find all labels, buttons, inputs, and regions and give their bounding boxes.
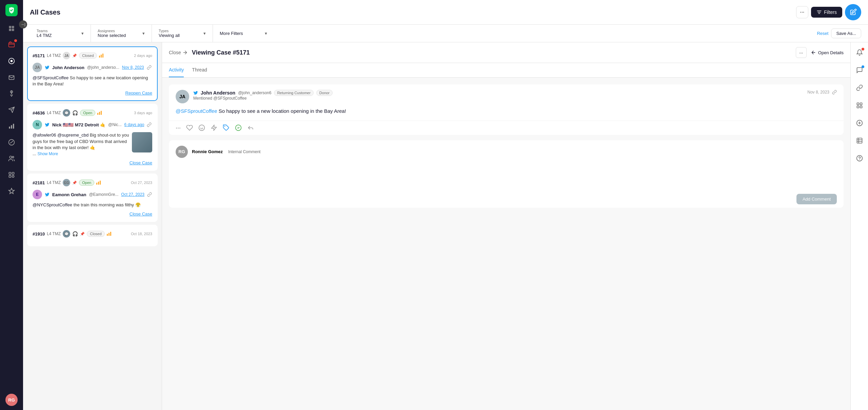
open-details-label: Open Details	[818, 50, 844, 55]
detail-panel: Close Viewing Case #5171 ··· Open Detail…	[162, 42, 850, 410]
more-filters-chevron: ▾	[265, 31, 267, 36]
reply-button[interactable]	[247, 124, 254, 131]
activity-mentioned: Mentioned @SFSproutCoffee	[193, 96, 803, 101]
more-actions-button[interactable]: ···	[176, 124, 181, 131]
activity-date: Nov 8, 2023	[807, 90, 829, 95]
mention-link[interactable]: @SFSproutCoffee	[33, 75, 68, 80]
right-sidebar	[850, 42, 868, 410]
detail-more-button[interactable]: ···	[796, 47, 807, 58]
comment-type: Internal Comment	[228, 149, 260, 154]
sidebar-item-cases[interactable]	[5, 54, 18, 68]
mention-link2[interactable]: @supreme_cbd	[57, 132, 88, 138]
tab-activity[interactable]: Activity	[169, 63, 184, 77]
case-team: L4 TMZ	[47, 231, 61, 236]
grid-view-icon[interactable]	[853, 99, 866, 111]
sidebar-item-star[interactable]	[5, 184, 18, 198]
case-card-2181[interactable]: #2181 L4 TMZ EG 📌 Open Oct 27, 2023 E E	[27, 173, 158, 222]
add-comment-button[interactable]: Add Comment	[796, 194, 837, 204]
resolve-button[interactable]	[235, 124, 242, 131]
sidebar-item-folder[interactable]	[5, 38, 18, 52]
add-content-icon[interactable]	[853, 117, 866, 129]
case-id: #2181	[33, 180, 45, 185]
sidebar-item-send[interactable]	[5, 103, 18, 117]
status-badge: Closed	[87, 231, 104, 237]
chat-icon[interactable]	[853, 64, 866, 76]
comment-card: RG Ronnie Gomez Internal Comment Add Com…	[169, 140, 844, 208]
notification-icon[interactable]	[853, 46, 866, 59]
author-photo: N	[33, 120, 42, 129]
pin-icon: 📌	[80, 232, 85, 236]
activity-link-icon	[832, 90, 837, 95]
tag-button[interactable]	[223, 124, 230, 131]
activity-avatar: JA	[176, 90, 189, 103]
author-name: Nick 🇺🇸🇺🇸 M72 Detroit 🤙	[52, 122, 105, 127]
types-filter[interactable]: Types Viewing all ▾	[152, 25, 213, 42]
more-options-button[interactable]: ···	[796, 6, 808, 18]
status-badge: Open	[80, 110, 95, 116]
case-card-4636[interactable]: #4636 L4 TMZ 💬 🎧 Open 3 days ago N Nic	[27, 104, 158, 171]
boost-button[interactable]	[211, 124, 217, 131]
sidebar-item-inbox[interactable]	[5, 70, 18, 84]
reset-button[interactable]: Reset	[817, 31, 828, 36]
mention-link[interactable]: @NYCSproutCoffee	[33, 202, 72, 207]
svg-rect-4	[9, 43, 15, 47]
sidebar-item-dashboard[interactable]	[5, 22, 18, 35]
teams-filter[interactable]: Teams L4 TMZ ▾	[30, 25, 91, 42]
table-view-icon[interactable]	[853, 135, 866, 147]
svg-rect-3	[12, 29, 14, 31]
open-details-button[interactable]: Open Details	[811, 50, 844, 55]
case-author: JA John Anderson @john_anderso... Nov 8,…	[33, 63, 152, 72]
svg-rect-26	[860, 103, 862, 105]
reopen-case-button[interactable]: Reopen Case	[125, 90, 153, 96]
svg-rect-2	[9, 29, 12, 31]
case-id: #4636	[33, 110, 45, 116]
priority-bars	[107, 232, 111, 236]
app-logo[interactable]	[5, 4, 18, 16]
comment-body[interactable]	[169, 163, 844, 190]
svg-marker-19	[9, 188, 15, 194]
sfsprout-mention[interactable]: @SFSproutCoffee	[176, 108, 217, 114]
compose-button[interactable]	[845, 4, 861, 20]
case-team: L4 TMZ	[47, 180, 61, 185]
show-more-button[interactable]: Show More	[37, 151, 58, 156]
collapse-button[interactable]: →|	[19, 20, 27, 28]
case-date: 6 days ago	[124, 122, 144, 127]
filters-button[interactable]: Filters	[811, 7, 842, 18]
case-id: #1910	[33, 231, 45, 237]
svg-rect-10	[11, 125, 12, 129]
assignees-filter-value: None selected	[98, 33, 126, 38]
help-icon[interactable]	[853, 152, 866, 164]
close-panel-button[interactable]: Close	[169, 50, 188, 55]
like-button[interactable]	[186, 124, 193, 131]
emoji-button[interactable]	[198, 124, 205, 131]
assignees-filter-label: Assignees	[98, 29, 126, 33]
case-card-1910[interactable]: #1910 L4 TMZ 💬 🎧 📌 Closed Oct 18, 2023	[27, 225, 158, 246]
sidebar-item-analytics[interactable]	[5, 119, 18, 133]
mention-link[interactable]: @afowler06	[33, 132, 56, 138]
svg-point-20	[199, 125, 205, 131]
sidebar-item-integrations[interactable]	[5, 168, 18, 182]
detail-more-label: ···	[799, 50, 803, 55]
author-avatar: EG	[63, 179, 70, 186]
assignees-filter[interactable]: Assignees None selected ▾	[91, 25, 152, 42]
link-icon	[147, 192, 152, 197]
case-image	[132, 132, 152, 152]
close-case-button[interactable]: Close Case	[130, 211, 152, 217]
tab-thread[interactable]: Thread	[192, 63, 207, 77]
svg-point-14	[12, 156, 14, 158]
close-case-button[interactable]: Close Case	[130, 160, 152, 165]
sidebar-item-pin[interactable]	[5, 87, 18, 100]
donor-badge: Donor	[316, 90, 333, 96]
save-as-button[interactable]: Save As...	[831, 28, 861, 38]
author-handle: @john_anderso...	[87, 65, 119, 70]
case-card-5171[interactable]: #5171 L4 TMZ JA 📌 Closed 2 days ago JA	[27, 46, 158, 101]
assignees-filter-chevron: ▾	[142, 31, 145, 36]
sidebar-item-chart[interactable]	[5, 136, 18, 149]
link-chain-icon[interactable]	[853, 82, 866, 94]
sidebar-item-users[interactable]	[5, 152, 18, 165]
teams-filter-value: L4 TMZ	[37, 33, 52, 38]
case-author: N Nick 🇺🇸🇺🇸 M72 Detroit 🤙 @Nic... 6 days…	[33, 120, 152, 129]
more-filters[interactable]: More Filters ▾	[213, 27, 274, 40]
svg-point-6	[11, 60, 13, 62]
user-avatar[interactable]: RG	[5, 394, 18, 406]
